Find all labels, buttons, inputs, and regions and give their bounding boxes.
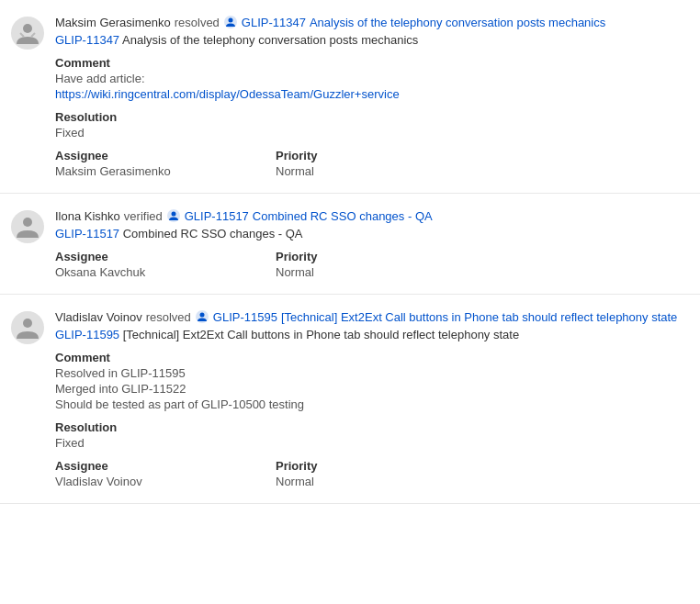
item-2-user: Ilona Kishko: [55, 209, 120, 223]
item-1-assignee-group: Assignee Maksim Gerasimenko: [55, 149, 276, 178]
item-1-issue-title-header[interactable]: Analysis of the telephony conversation p…: [310, 16, 605, 29]
item-2-issue-ref[interactable]: GLIP-11517: [55, 227, 119, 240]
item-3-assignee-label: Assignee: [55, 459, 276, 473]
svg-point-5: [228, 18, 232, 23]
item-1-fields: Assignee Maksim Gerasimenko Priority Nor…: [55, 149, 689, 178]
item-1-priority-value: Normal: [276, 164, 496, 178]
item-2-priority-label: Priority: [276, 250, 496, 263]
item-3-priority-group: Priority Normal: [276, 459, 496, 488]
activity-item-3: Vladislav Voinov resolved GLIP-11595 [Te…: [0, 295, 700, 504]
item-1-assignee-label: Assignee: [55, 149, 276, 162]
avatar-3: [11, 311, 44, 344]
item-1-issue-link-header[interactable]: GLIP-11347: [242, 16, 306, 29]
item-3-assignee-group: Assignee Vladislav Voinov: [55, 459, 276, 488]
svg-point-11: [23, 319, 32, 328]
item-1-comment-label: Comment: [55, 56, 689, 70]
item-2-issue-title-header[interactable]: Combined RC SSO changes - QA: [253, 209, 433, 223]
item-1-issue-ref[interactable]: GLIP-11347: [55, 33, 119, 47]
item-3-priority-value: Normal: [276, 475, 496, 488]
item-3-ref-line: GLIP-11595 [Technical] Ext2Ext Call butt…: [55, 328, 689, 341]
item-1-action: resolved: [175, 16, 220, 29]
item-2-priority-group: Priority Normal: [276, 250, 496, 279]
svg-point-1: [23, 24, 32, 33]
item-2-content: Ilona Kishko verified GLIP-11517 Combine…: [55, 208, 689, 279]
activity-item-2: Ilona Kishko verified GLIP-11517 Combine…: [0, 194, 700, 295]
item-1-comment-line-0: Have add article:: [55, 72, 689, 85]
item-3-issue-summary-text: [Technical] Ext2Ext Call buttons in Phon…: [123, 328, 519, 341]
item-2-assignee-value: Oksana Kavchuk: [55, 265, 276, 279]
item-1-user: Maksim Gerasimenko: [55, 16, 171, 29]
item-3-comment-label: Comment: [55, 351, 689, 364]
svg-point-7: [23, 218, 32, 227]
item-2-fields: Assignee Oksana Kavchuk Priority Normal: [55, 250, 689, 279]
item-2-issue-summary-text: Combined RC SSO changes - QA: [123, 227, 303, 240]
item-3-resolution-label: Resolution: [55, 420, 689, 434]
item-3-fields: Assignee Vladislav Voinov Priority Norma…: [55, 459, 689, 488]
item-3-comment-line-1: Merged into GLIP-11522: [55, 382, 689, 396]
item-3-priority-label: Priority: [276, 459, 496, 473]
svg-point-9: [171, 212, 175, 217]
item-3-user: Vladislav Voinov: [55, 310, 142, 324]
item-3-assignee-value: Vladislav Voinov: [55, 475, 276, 488]
item-2-assignee-label: Assignee: [55, 250, 276, 263]
item-1-ref-line: GLIP-11347 Analysis of the telephony con…: [55, 33, 689, 47]
item-1-resolution-value: Fixed: [55, 126, 689, 140]
glip-icon-3: [195, 309, 209, 324]
item-1-issue-summary-text: Analysis of the telephony conversation p…: [122, 33, 418, 47]
item-3-comment-line-2: Should be tested as part of GLIP-10500 t…: [55, 397, 689, 411]
svg-point-13: [199, 313, 204, 318]
item-2-ref-line: GLIP-11517 Combined RC SSO changes - QA: [55, 227, 689, 240]
item-1-header: Maksim Gerasimenko resolved GLIP-11347 A…: [55, 15, 689, 29]
item-1-content: Maksim Gerasimenko resolved GLIP-11347 A…: [55, 15, 689, 178]
avatar-2: [11, 210, 44, 243]
item-2-issue-link-header[interactable]: GLIP-11517: [185, 209, 249, 223]
item-3-issue-link-header[interactable]: GLIP-11595: [213, 310, 277, 324]
item-2-assignee-group: Assignee Oksana Kavchuk: [55, 250, 276, 279]
glip-icon-2: [166, 208, 181, 223]
item-2-header: Ilona Kishko verified GLIP-11517 Combine…: [55, 208, 689, 223]
item-3-resolution-value: Fixed: [55, 436, 689, 450]
item-1-resolution-label: Resolution: [55, 110, 689, 124]
item-3-issue-title-header[interactable]: [Technical] Ext2Ext Call buttons in Phon…: [281, 310, 677, 324]
item-2-priority-value: Normal: [276, 265, 496, 279]
avatar-1: [11, 17, 44, 50]
item-3-comment-line-0: Resolved in GLIP-11595: [55, 366, 689, 380]
item-1-assignee-value: Maksim Gerasimenko: [55, 164, 276, 178]
item-1-priority-group: Priority Normal: [276, 149, 496, 178]
item-3-action: resolved: [146, 310, 191, 324]
glip-icon-1: [223, 15, 238, 29]
item-3-header: Vladislav Voinov resolved GLIP-11595 [Te…: [55, 309, 689, 324]
item-3-issue-ref[interactable]: GLIP-11595: [55, 328, 119, 341]
item-3-content: Vladislav Voinov resolved GLIP-11595 [Te…: [55, 309, 689, 488]
item-1-comment-link[interactable]: https://wiki.ringcentral.com/display/Ode…: [55, 87, 400, 101]
item-2-action: verified: [124, 209, 163, 223]
item-1-priority-label: Priority: [276, 149, 496, 162]
activity-item-1: Maksim Gerasimenko resolved GLIP-11347 A…: [0, 0, 700, 194]
